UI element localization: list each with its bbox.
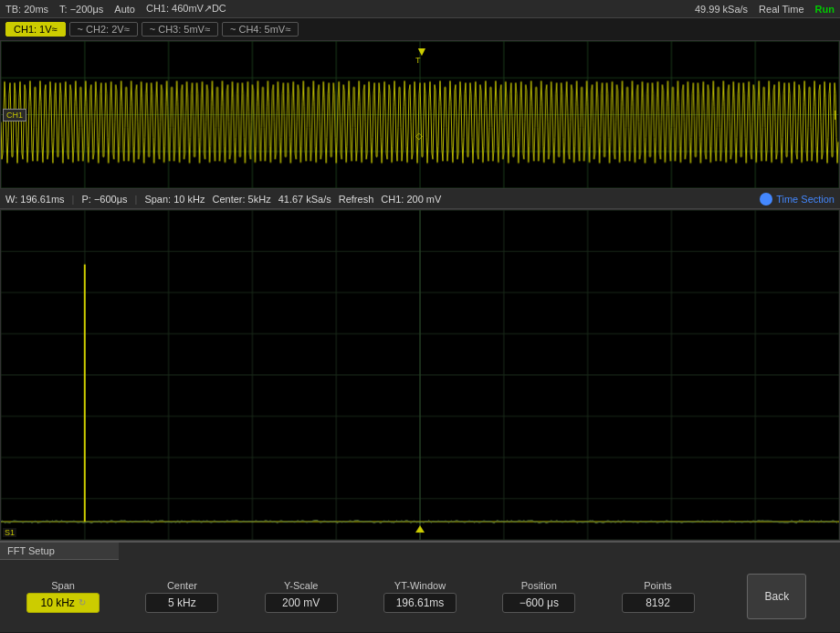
span-value: 10 kHz	[40, 596, 74, 609]
points-group: Points 8192	[600, 580, 715, 613]
run-status-display: Run	[815, 4, 835, 15]
refresh-display: Refresh	[339, 194, 374, 205]
position-group: Position −600 μs	[481, 580, 596, 613]
center-button[interactable]: 5 kHz	[145, 593, 218, 613]
back-group: Back	[719, 574, 835, 619]
mode-display: Auto	[114, 4, 135, 15]
position-button[interactable]: −600 μs	[502, 593, 575, 613]
center-display: Center: 5kHz	[212, 194, 270, 205]
center-value: 5 kHz	[168, 596, 196, 609]
points-label: Points	[644, 580, 672, 591]
points-value: 8192	[646, 596, 670, 609]
w-display: W: 196.61ms	[5, 194, 65, 205]
position-value: −600 μs	[520, 596, 559, 609]
oscilloscope-display: CH1 I ▼ T ◇	[0, 40, 840, 189]
points-button[interactable]: 8192	[622, 593, 695, 613]
ch3-tab[interactable]: ~ CH3: 5mV≈	[142, 22, 218, 37]
scope-info-bar: W: 196.61ms | P: −600μs | Span: 10 kHz C…	[0, 189, 840, 209]
yscale-label: Y-Scale	[284, 580, 319, 591]
tb-display: TB: 20ms	[5, 4, 48, 15]
fft-display: S1	[0, 209, 840, 541]
time-section-text: Time Section	[776, 194, 835, 205]
center-label: Center	[167, 580, 197, 591]
yscale-group: Y-Scale 200 mV	[244, 580, 359, 613]
ytwindow-label: YT-Window	[394, 580, 446, 591]
yscale-value: 200 mV	[282, 596, 320, 609]
span-label: Span	[51, 580, 75, 591]
cycle-icon: ↻	[79, 597, 86, 607]
cursor-diamond: ◇	[415, 131, 423, 141]
center-group: Center 5 kHz	[124, 580, 239, 613]
ch4-tab[interactable]: ~ CH4: 5mV≈	[222, 22, 299, 37]
time-section-label[interactable]: Time Section	[760, 193, 835, 206]
fft-s1-label: S1	[3, 528, 16, 537]
span-group: Span 10 kHz ↻	[5, 580, 121, 613]
span-display: Span: 10 kHz	[144, 194, 205, 205]
ch1-indicator: CH1	[3, 109, 26, 121]
yscale-button[interactable]: 200 mV	[265, 593, 338, 613]
back-button[interactable]: Back	[747, 574, 806, 619]
channel-tabs: CH1: 1V≈ ~ CH2: 2V≈ ~ CH3: 5mV≈ ~ CH4: 5…	[0, 18, 840, 40]
fft-setup-label: FFT Setup	[0, 543, 119, 560]
time-mode-display: Real Time	[759, 4, 804, 15]
right-indicator: I	[834, 108, 837, 122]
bottom-panel: FFT Setup Span 10 kHz ↻ Center 5 kHz Y-S…	[0, 541, 840, 632]
ytwindow-group: YT-Window 196.61ms	[362, 580, 478, 613]
p-display: P: −600μs	[81, 194, 127, 205]
top-status-bar: TB: 20ms T: −200μs Auto CH1: 460mV↗DC 49…	[0, 0, 840, 18]
sample2-display: 41.67 kSa/s	[278, 194, 331, 205]
ch1-scale-display: CH1: 200 mV	[381, 194, 441, 205]
t-display: T: −200μs	[59, 4, 103, 15]
span-button[interactable]: 10 kHz ↻	[26, 593, 100, 613]
ytwindow-button[interactable]: 196.61ms	[383, 593, 457, 613]
position-label: Position	[521, 580, 557, 591]
ytwindow-value: 196.61ms	[396, 596, 445, 609]
ch2-tab[interactable]: ~ CH2: 2V≈	[69, 22, 138, 37]
trigger-t-label: T	[415, 56, 421, 65]
ch1-info-display: CH1: 460mV↗DC	[146, 3, 226, 15]
ch1-tab[interactable]: CH1: 1V≈	[5, 22, 66, 37]
sample-rate-display: 49.99 kSa/s	[695, 4, 748, 15]
bottom-buttons: Span 10 kHz ↻ Center 5 kHz Y-Scale 200 m…	[0, 560, 840, 632]
time-section-icon	[760, 193, 772, 206]
